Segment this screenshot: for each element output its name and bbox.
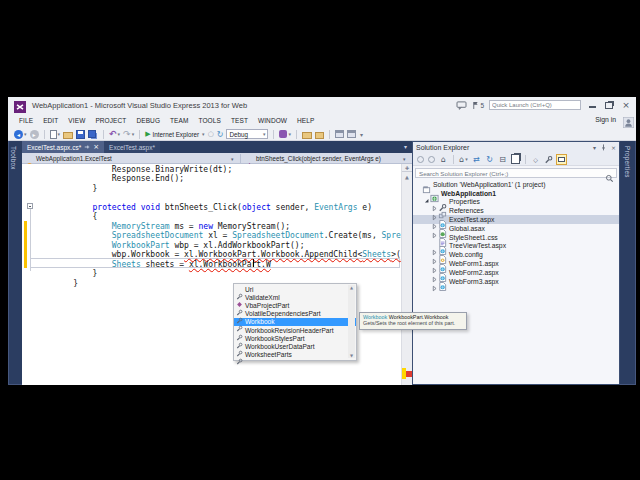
menu-item-edit[interactable]: EDIT [38, 115, 63, 126]
se-collapse-all-icon[interactable]: ⊟ [497, 154, 508, 165]
tree-item-webform1-aspx[interactable]: WebForm1.aspx [413, 259, 619, 268]
tab-pin-icon[interactable] [84, 144, 90, 150]
intellisense-item-validatexml[interactable]: ValidateXml [234, 293, 356, 301]
tab-exceltest-aspx[interactable]: ExcelTest.aspx* [104, 141, 160, 153]
toolbar-publish-button[interactable] [315, 129, 324, 140]
tree-item-webform2-aspx[interactable]: WebForm2.aspx [413, 268, 619, 277]
menu-item-test[interactable]: TEST [226, 115, 253, 126]
menu-item-window[interactable]: WINDOW [253, 115, 292, 126]
intellisense-item-worksheetparts[interactable]: WorksheetParts [234, 351, 356, 359]
se-back-icon[interactable] [416, 154, 425, 165]
tree-item-properties[interactable]: Properties [413, 198, 619, 207]
se-home-icon[interactable]: ⌂ [438, 154, 449, 165]
toolbar-save-all-button[interactable] [88, 129, 98, 140]
solution-explorer-titlebar[interactable]: Solution Explorer ▾ × [413, 142, 619, 153]
chevron-collapsed-icon[interactable] [431, 278, 438, 285]
sign-in-link[interactable]: Sign in [595, 116, 616, 123]
toolbar-redo-button[interactable]: ↷▾ [123, 129, 134, 140]
menu-item-project[interactable]: PROJECT [90, 115, 131, 126]
panel-close-icon[interactable]: × [611, 144, 616, 151]
tree-item-exceltest-aspx[interactable]: ExcelTest.aspx [413, 215, 619, 224]
toolbar-save-button[interactable] [76, 129, 85, 140]
close-button[interactable]: × [620, 100, 632, 110]
toolbar-new-file-button[interactable]: ▾ [50, 129, 61, 140]
intellisense-item-workbookrevisionheaderpart[interactable]: WorkbookRevisionHeaderPart [234, 326, 356, 334]
menu-item-help[interactable]: HELP [292, 115, 319, 126]
editor-scrollbar[interactable]: ✚ ▲ [401, 164, 412, 385]
tree-item-web-config[interactable]: Web.config [413, 250, 619, 259]
chevron-collapsed-icon[interactable] [431, 269, 438, 276]
intellisense-item-volatiledependenciespart[interactable]: VolatileDependenciesPart [234, 310, 356, 318]
solution-search-input[interactable] [416, 170, 605, 177]
se-refresh-icon[interactable]: ↻ [484, 154, 495, 165]
toolbar-folder-button[interactable] [302, 129, 312, 140]
intellisense-item-vbaprojectpart[interactable]: VbaProjectPart [234, 301, 356, 309]
intellisense-scrollbar[interactable]: ▲▼ [348, 285, 355, 358]
restore-button[interactable] [603, 100, 615, 110]
notifications-flag-icon[interactable]: 5 [472, 101, 484, 110]
se-forward-icon[interactable] [427, 154, 436, 165]
tab-exceltest-aspx-cs[interactable]: ExcelTest.aspx.cs*× [22, 141, 104, 153]
toolbar-window1-button[interactable] [335, 129, 344, 140]
toolbar-forward-button[interactable]: ▸ [30, 129, 39, 140]
toolbar-attach-button[interactable]: ○ [208, 129, 214, 140]
toolbar-back-button[interactable]: ◂▾ [14, 129, 27, 140]
tree-item-webform3-aspx[interactable]: WebForm3.aspx [413, 277, 619, 286]
chevron-collapsed-icon[interactable] [431, 216, 438, 223]
se-properties-icon[interactable] [543, 154, 554, 165]
chevron-collapsed-icon[interactable] [431, 207, 438, 214]
toolbar-open-button[interactable] [63, 129, 73, 140]
solution-search-box[interactable] [415, 168, 617, 178]
panel-menu-icon[interactable]: ▾ [593, 144, 596, 151]
tab-close-icon[interactable]: × [93, 143, 99, 151]
toolbar-refresh-button[interactable]: ↻ [217, 129, 224, 140]
user-avatar[interactable] [623, 114, 634, 125]
scroll-up-icon[interactable]: ▲ [402, 172, 412, 181]
menu-item-view[interactable]: VIEW [63, 115, 90, 126]
chevron-expanded-icon[interactable] [423, 190, 430, 197]
toolbar-config-combo-button[interactable]: Debug▾ [226, 129, 268, 140]
chevron-collapsed-icon[interactable] [431, 260, 438, 267]
navbar-member-caret-icon[interactable]: ▾ [403, 156, 406, 162]
feedback-icon[interactable] [456, 96, 467, 114]
intellisense-item-uri[interactable]: Uri [234, 285, 356, 293]
tree-item-webapplication1[interactable]: WebApplication1 [413, 189, 619, 198]
toolbar-start-debug-button[interactable]: ▶Internet Explorer▾ [145, 129, 204, 140]
menu-item-tools[interactable]: TOOLS [194, 115, 226, 126]
chevron-collapsed-icon[interactable] [431, 198, 438, 205]
properties-dock-tab[interactable]: Properties [624, 146, 631, 178]
toolbox-dock-tab[interactable]: Toolbox [10, 146, 17, 170]
tree-item-stylesheet1-css[interactable]: StyleSheet1.css [413, 233, 619, 242]
search-icon[interactable] [605, 169, 614, 178]
navbar-member-combo[interactable]: btnSheets_Click(object sender, EventArgs… [256, 155, 381, 162]
tree-item-solution-webapplication1-1-project[interactable]: Solution 'WebApplication1' (1 project) [413, 180, 619, 189]
quick-launch-input[interactable] [489, 100, 581, 110]
tree-item-global-asax[interactable]: Global.asax [413, 224, 619, 233]
document-list-dropdown-icon[interactable]: ▾ [404, 143, 407, 150]
se-view-code-icon[interactable]: ◇ [530, 154, 541, 165]
toolbar-undo-button[interactable]: ↶▾ [109, 129, 120, 140]
navbar-type-caret-icon[interactable]: ▾ [231, 156, 234, 162]
se-show-all-files-icon[interactable] [510, 154, 521, 165]
menu-item-team[interactable]: TEAM [165, 115, 193, 126]
chevron-collapsed-icon[interactable] [431, 251, 438, 258]
chevron-collapsed-icon[interactable] [431, 225, 438, 232]
se-preview-selected-icon[interactable] [556, 154, 567, 165]
intellisense-item-workbookuserdatapart[interactable]: WorkbookUserDataPart [234, 342, 356, 350]
toolbar-window2-button[interactable] [347, 129, 356, 140]
menu-item-debug[interactable]: DEBUG [131, 115, 165, 126]
navbar-type-combo[interactable]: WebApplication1.ExcelTest [36, 155, 112, 162]
config-combo[interactable]: Debug▾ [226, 129, 268, 139]
toolbar-find-button[interactable]: ▾ [279, 129, 291, 140]
menu-item-file[interactable]: FILE [14, 115, 38, 126]
pin-icon[interactable] [600, 144, 607, 152]
minimize-button[interactable] [586, 100, 598, 110]
chevron-collapsed-icon[interactable] [431, 242, 438, 249]
se-scope-icon[interactable]: ⌂▾ [458, 154, 469, 165]
tree-item-references[interactable]: References [413, 206, 619, 215]
tree-item-treeviewtest-aspx[interactable]: TreeViewTest.aspx [413, 242, 619, 251]
intellisense-item-workbook[interactable]: Workbook [234, 318, 356, 326]
intellisense-item-workbookstylespart[interactable]: WorkbookStylesPart [234, 334, 356, 342]
split-handle-icon[interactable]: ✚ [402, 164, 412, 172]
se-sync-icon[interactable]: ⇄ [471, 154, 482, 165]
